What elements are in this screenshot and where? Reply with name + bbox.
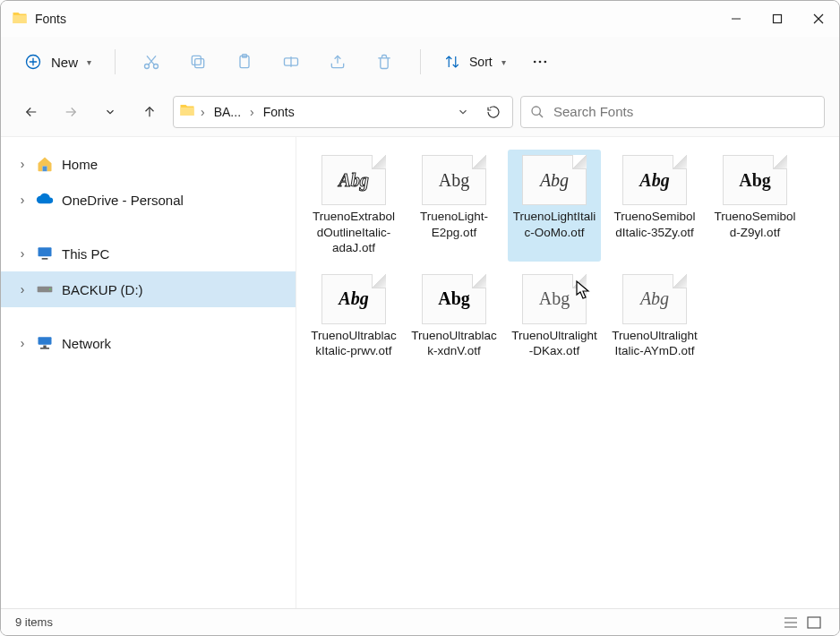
close-button[interactable] [798,1,839,37]
cut-button[interactable] [130,44,173,80]
delete-button[interactable] [363,44,406,80]
file-item[interactable]: AbgTruenoLightItalic-OoMo.otf [508,150,601,262]
file-name: TruenoLightItalic-OoMo.otf [511,209,597,240]
search-box[interactable] [520,96,825,128]
toolbar: New ▾ Sort ▾ [1,37,839,87]
font-preview-glyph: Abg [539,288,570,309]
search-input[interactable] [553,104,815,119]
details-view-button[interactable] [780,613,801,632]
network-icon [35,334,55,352]
svg-point-26 [49,288,51,290]
chevron-right-icon[interactable]: › [17,336,28,350]
file-name: TruenoUltralight-DKax.otf [511,328,597,359]
font-preview-glyph: Abg [739,170,771,191]
rename-button[interactable] [270,44,313,80]
copy-button[interactable] [176,44,219,80]
file-name: TruenoUltrablack-xdnV.otf [411,328,497,359]
up-button[interactable] [133,96,166,128]
file-name: TruenoLight-E2pg.otf [411,209,497,240]
onedrive-icon [35,191,55,209]
svg-point-20 [544,61,546,64]
maximize-button[interactable] [757,1,798,37]
font-preview-glyph: Abg [540,170,569,191]
file-grid[interactable]: AbgTruenoExtraboldOutlineItalic-adaJ.otf… [296,137,839,608]
file-item[interactable]: AbgTruenoLight-E2pg.otf [407,150,501,262]
sort-label: Sort [469,55,493,69]
breadcrumb-item[interactable]: BA... [210,101,244,123]
font-preview-glyph: Abg [640,288,669,309]
search-icon [530,105,544,119]
chevron-right-icon[interactable]: › [248,105,256,119]
font-thumbnail: Abg [723,155,787,205]
address-bar[interactable]: › BA... › Fonts [173,96,513,128]
svg-rect-24 [42,258,48,260]
font-thumbnail: Abg [321,155,386,205]
chevron-down-icon: ▾ [87,57,91,67]
folder-icon [12,10,28,29]
font-preview-glyph: Abg [339,288,368,309]
svg-line-9 [149,56,156,64]
forward-button[interactable] [55,96,87,128]
recent-locations-button[interactable] [94,96,126,128]
file-name: TruenoSemibold-Z9yl.otf [712,209,798,240]
sort-button[interactable]: Sort ▾ [435,48,515,75]
new-button[interactable]: New ▾ [15,47,100,76]
font-thumbnail: Abg [321,274,386,324]
titlebar: Fonts [1,1,839,37]
chevron-right-icon[interactable]: › [17,282,28,297]
font-thumbnail: Abg [622,155,687,205]
font-thumbnail: Abg [622,274,687,324]
font-preview-glyph: Abg [438,288,470,309]
svg-line-22 [539,114,543,117]
chevron-right-icon[interactable]: › [17,157,28,171]
sidebar-item[interactable]: ›Network [1,325,296,361]
svg-point-19 [538,61,541,64]
sidebar-item[interactable]: ›Home [1,146,296,182]
share-button[interactable] [316,44,359,80]
svg-rect-33 [808,617,820,628]
chevron-right-icon[interactable]: › [17,193,28,207]
sidebar-item[interactable]: ›This PC [1,236,296,271]
breadcrumb-item[interactable]: Fonts [260,101,298,123]
sort-icon [444,54,460,70]
more-button[interactable] [519,44,561,80]
address-dropdown-button[interactable] [450,99,476,125]
refresh-button[interactable] [480,99,507,125]
sidebar-item[interactable]: ›BACKUP (D:) [1,271,296,307]
file-item[interactable]: AbgTruenoUltralightItalic-AYmD.otf [608,269,701,365]
nav-row: › BA... › Fonts [1,87,839,137]
sidebar-item-label: Network [62,336,111,351]
chevron-right-icon[interactable]: › [199,105,207,119]
svg-rect-12 [192,56,201,64]
font-thumbnail: Abg [522,155,587,205]
minimize-button[interactable] [716,1,757,37]
file-item[interactable]: AbgTruenoUltralight-DKax.otf [508,269,601,365]
file-item[interactable]: AbgTruenoSemiboldItalic-35Zy.otf [608,150,701,262]
svg-rect-27 [39,337,52,344]
file-name: TruenoUltrablackItalic-prwv.otf [311,328,397,359]
file-item[interactable]: AbgTruenoSemibold-Z9yl.otf [708,150,801,262]
separator [420,49,421,74]
svg-rect-28 [43,346,46,348]
chevron-right-icon[interactable]: › [17,246,28,261]
font-preview-glyph: Abg [439,170,469,191]
sidebar-item[interactable]: ›OneDrive - Personal [1,182,296,218]
status-bar: 9 items [1,608,839,635]
svg-rect-29 [40,348,49,349]
file-item[interactable]: AbgTruenoUltrablack-xdnV.otf [407,269,501,365]
font-preview-glyph: Abg [639,170,669,191]
chevron-down-icon: ▾ [501,57,506,67]
file-item[interactable]: AbgTruenoUltrablackItalic-prwv.otf [307,269,400,365]
file-item[interactable]: AbgTruenoExtraboldOutlineItalic-adaJ.otf [307,150,400,262]
font-thumbnail: Abg [522,274,587,324]
icons-view-button[interactable] [803,613,825,632]
file-name: TruenoUltralightItalic-AYmD.otf [612,328,698,359]
svg-point-21 [532,107,540,115]
window-title: Fonts [35,12,66,26]
separator [115,49,116,74]
back-button[interactable] [15,96,47,128]
svg-line-10 [147,56,154,64]
svg-rect-23 [39,247,52,256]
paste-button[interactable] [223,44,266,80]
font-thumbnail: Abg [422,274,486,324]
